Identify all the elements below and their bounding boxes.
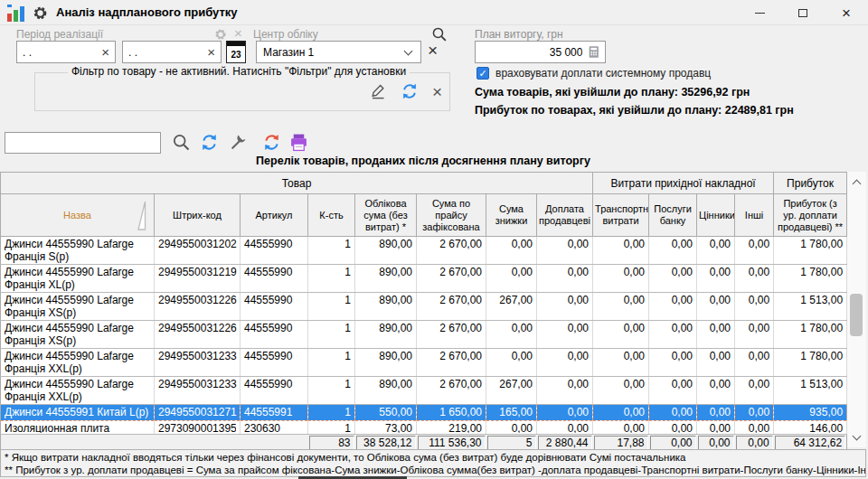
cell[interactable]: Джинси 44555990 Lafarge Франція S(p) xyxy=(1,237,155,265)
cell[interactable]: 0,00 xyxy=(593,405,649,421)
table-row[interactable]: Джинси 44555990 Lafarge Франція XS(p)294… xyxy=(1,321,847,349)
cell[interactable]: 0,00 xyxy=(486,265,537,293)
cell[interactable]: 0,00 xyxy=(537,421,593,435)
cell[interactable]: 1 xyxy=(308,321,355,349)
table-row[interactable]: Джинси 44555991 Китай L(p)29495500312714… xyxy=(1,405,847,421)
period-clear-icon[interactable]: × xyxy=(234,26,242,40)
cell[interactable]: 0,00 xyxy=(486,321,537,349)
calendar-button[interactable]: 23 xyxy=(226,41,246,63)
cell[interactable]: 2 670,00 xyxy=(417,237,486,265)
table-row[interactable]: Джинси 44555990 Lafarge Франція XS(p)294… xyxy=(1,293,847,321)
wrench-icon[interactable] xyxy=(229,133,248,152)
cell[interactable]: 1 780,00 xyxy=(774,321,847,349)
cell[interactable]: 230630 xyxy=(241,421,308,435)
cell[interactable]: 0,00 xyxy=(593,237,649,265)
edit-pencil-icon[interactable] xyxy=(369,82,387,100)
cell[interactable]: 1 xyxy=(308,265,355,293)
cell[interactable]: 0,00 xyxy=(649,377,697,405)
column-header[interactable]: Прибуток (з ур. доплати продавцеві) ** xyxy=(774,194,847,237)
cell[interactable]: 0,00 xyxy=(537,237,593,265)
cell[interactable]: 0,00 xyxy=(649,405,697,421)
date-to-input[interactable] xyxy=(123,42,205,62)
cell[interactable]: Изоляционная плита xyxy=(1,421,155,435)
table-row[interactable]: Джинси 44555990 Lafarge Франція XXL(p)29… xyxy=(1,377,847,405)
cell[interactable]: Джинси 44555990 Lafarge Франція XXL(p) xyxy=(1,377,155,405)
cell[interactable]: Джинси 44555990 Lafarge Франція XS(p) xyxy=(1,293,155,321)
cell[interactable]: 44555990 xyxy=(241,377,308,405)
cell[interactable]: 890,00 xyxy=(355,237,417,265)
cell[interactable]: 1 xyxy=(308,377,355,405)
cell[interactable]: 2 670,00 xyxy=(417,349,486,377)
column-header[interactable]: Інші xyxy=(735,194,774,237)
cell[interactable]: 1 xyxy=(308,405,355,421)
cell[interactable]: 1 xyxy=(308,421,355,435)
close-button[interactable]: × xyxy=(826,0,866,25)
cell[interactable]: 0,00 xyxy=(649,421,697,435)
cell[interactable]: 0,00 xyxy=(697,237,735,265)
cell[interactable]: 44555990 xyxy=(241,237,308,265)
date-to-field[interactable]: × xyxy=(122,41,222,63)
printer-icon[interactable] xyxy=(289,133,308,152)
cell[interactable]: 2 670,00 xyxy=(417,377,486,405)
cell[interactable]: 1 xyxy=(308,349,355,377)
cell[interactable]: 890,00 xyxy=(355,349,417,377)
cell[interactable]: 2 670,00 xyxy=(417,321,486,349)
cell[interactable]: 0,00 xyxy=(537,293,593,321)
column-header[interactable]: Сума знижки xyxy=(486,194,537,237)
cell[interactable]: 2949550031202 xyxy=(155,237,241,265)
cell[interactable]: Джинси 44555990 Lafarge Франція XXL(p) xyxy=(1,349,155,377)
calculator-icon[interactable] xyxy=(588,44,600,60)
refresh-all-icon[interactable] xyxy=(262,133,281,152)
cell[interactable]: 0,00 xyxy=(649,293,697,321)
column-header[interactable]: Транспортні витрати xyxy=(593,194,649,237)
cell[interactable]: 0,00 xyxy=(735,293,774,321)
scrollbar-thumb[interactable] xyxy=(850,294,863,336)
date-from-clear-icon[interactable]: × xyxy=(99,45,115,59)
cell[interactable]: 1 650,00 xyxy=(417,405,486,421)
column-header[interactable]: Артикул xyxy=(241,194,308,237)
plan-input[interactable] xyxy=(476,42,586,62)
cell[interactable]: 219,00 xyxy=(417,421,486,435)
cell[interactable]: 890,00 xyxy=(355,377,417,405)
cell[interactable]: 165,00 xyxy=(486,405,537,421)
cell[interactable]: 0,00 xyxy=(593,321,649,349)
cell[interactable]: 146,00 xyxy=(774,421,847,435)
cell[interactable]: 2 670,00 xyxy=(417,293,486,321)
date-to-clear-icon[interactable]: × xyxy=(205,45,221,59)
cell[interactable]: 0,00 xyxy=(735,237,774,265)
period-settings-icon[interactable] xyxy=(214,28,227,41)
cell[interactable]: 0,00 xyxy=(735,421,774,435)
column-header[interactable]: Послуги банку xyxy=(649,194,697,237)
refresh-icon[interactable] xyxy=(401,82,419,100)
maximize-button[interactable] xyxy=(783,0,823,25)
cell[interactable]: 44555990 xyxy=(241,293,308,321)
search-input[interactable] xyxy=(5,133,160,153)
cell[interactable]: 44555991 xyxy=(241,405,308,421)
cell[interactable]: 0,00 xyxy=(697,377,735,405)
cell[interactable]: 2949550031233 xyxy=(155,377,241,405)
cell[interactable]: Джинси 44555990 Lafarge Франція XL(p) xyxy=(1,265,155,293)
cell[interactable]: 0,00 xyxy=(593,265,649,293)
cell[interactable]: 1 780,00 xyxy=(774,237,847,265)
column-header[interactable]: Облікова сума (без витрат) * xyxy=(355,194,417,237)
cell[interactable]: Джинси 44555990 Lafarge Франція XS(p) xyxy=(1,321,155,349)
cell[interactable]: 2949550031226 xyxy=(155,321,241,349)
column-header[interactable]: Доплата продавцеві xyxy=(537,194,593,237)
cell[interactable]: 0,00 xyxy=(593,349,649,377)
cell[interactable]: 267,00 xyxy=(486,293,537,321)
cell[interactable]: 44555990 xyxy=(241,321,308,349)
column-header[interactable]: К-сть xyxy=(308,194,355,237)
cell[interactable]: 0,00 xyxy=(593,377,649,405)
cell[interactable]: 0,00 xyxy=(486,421,537,435)
cell[interactable]: 0,00 xyxy=(735,321,774,349)
scroll-up-icon[interactable] xyxy=(847,174,866,190)
cell[interactable]: 2973090001395 xyxy=(155,421,241,435)
table-row[interactable]: Джинси 44555990 Lafarge Франція S(p)2949… xyxy=(1,237,847,265)
cell[interactable]: 0,00 xyxy=(537,349,593,377)
cell[interactable]: 0,00 xyxy=(593,421,649,435)
cell[interactable]: 0,00 xyxy=(697,421,735,435)
cell[interactable]: 0,00 xyxy=(697,293,735,321)
scroll-down-icon[interactable] xyxy=(847,429,866,446)
cell[interactable]: 890,00 xyxy=(355,265,417,293)
cell[interactable]: 0,00 xyxy=(697,405,735,421)
